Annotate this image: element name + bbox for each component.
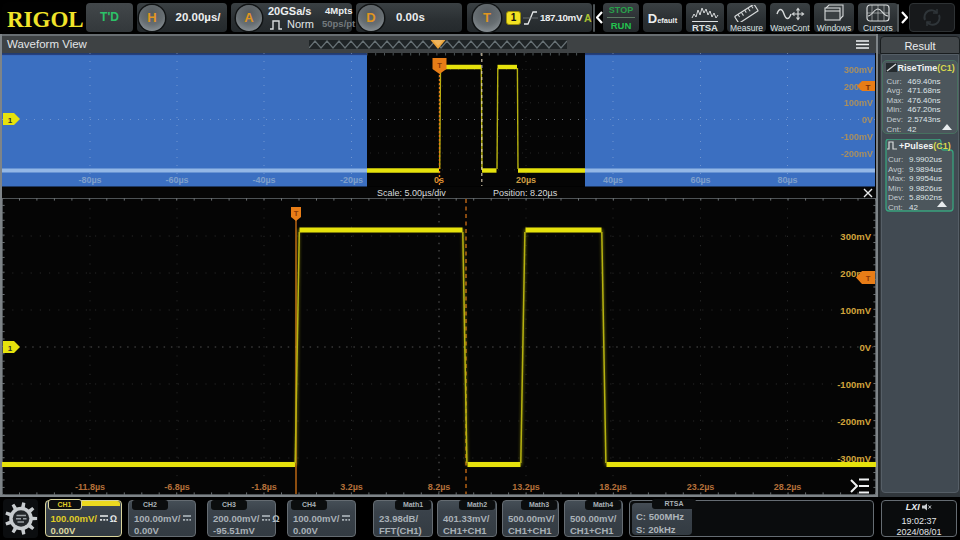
svg-text:60µs: 60µs <box>690 175 710 185</box>
svg-text:23.2µs: 23.2µs <box>687 482 715 492</box>
svg-text:-100mV: -100mV <box>841 131 873 141</box>
svg-text:-20µs: -20µs <box>340 175 363 185</box>
svg-text:100mV: 100mV <box>840 305 871 316</box>
svg-text:-200mV: -200mV <box>841 148 873 158</box>
svg-text:0s: 0s <box>434 175 444 185</box>
svg-text:18.2µs: 18.2µs <box>599 482 627 492</box>
svg-text:T: T <box>294 209 299 218</box>
svg-text:T: T <box>866 82 871 91</box>
svg-text:0V: 0V <box>859 342 871 353</box>
svg-text:-6.8µs: -6.8µs <box>164 482 190 492</box>
svg-text:-300mV: -300mV <box>837 453 871 464</box>
svg-text:1: 1 <box>8 344 13 353</box>
svg-text:40µs: 40µs <box>603 175 623 185</box>
svg-text:T: T <box>437 61 442 70</box>
svg-text:0V: 0V <box>862 115 873 125</box>
svg-text:T: T <box>866 274 871 283</box>
svg-text:20µs: 20µs <box>516 175 536 185</box>
svg-text:3.2µs: 3.2µs <box>340 482 363 492</box>
svg-text:-1.8µs: -1.8µs <box>251 482 277 492</box>
svg-text:1: 1 <box>8 115 13 124</box>
svg-text:8.2µs: 8.2µs <box>428 482 451 492</box>
svg-text:100mV: 100mV <box>844 98 873 108</box>
svg-text:300mV: 300mV <box>840 231 871 242</box>
svg-text:-40µs: -40µs <box>252 175 275 185</box>
svg-text:13.2µs: 13.2µs <box>512 482 540 492</box>
svg-text:-60µs: -60µs <box>165 175 188 185</box>
svg-text:80µs: 80µs <box>777 175 797 185</box>
svg-text:-200mV: -200mV <box>837 416 871 427</box>
svg-text:-100mV: -100mV <box>837 379 871 390</box>
svg-text:-80µs: -80µs <box>78 175 101 185</box>
svg-text:-11.8µs: -11.8µs <box>75 482 105 492</box>
svg-text:28.2µs: 28.2µs <box>774 482 802 492</box>
svg-text:300mV: 300mV <box>844 64 873 74</box>
